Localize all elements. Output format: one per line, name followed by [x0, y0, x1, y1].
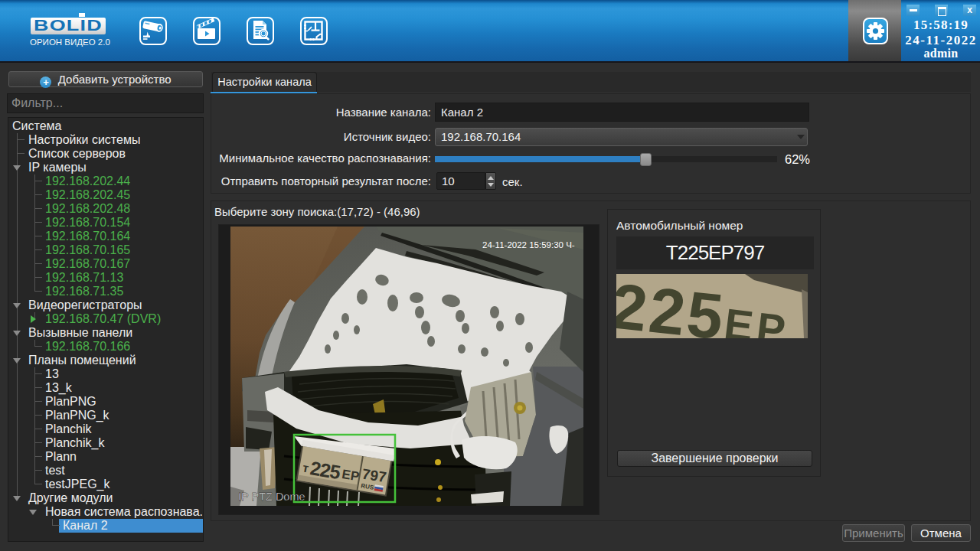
svg-text:24-11-2022 15:59:30 Ч-: 24-11-2022 15:59:30 Ч-: [482, 240, 575, 249]
svg-text:ЕР: ЕР: [722, 299, 792, 338]
svg-text:IP PTZ Dome: IP PTZ Dome: [238, 491, 305, 503]
svg-text:225: 225: [616, 274, 729, 338]
svg-text:ЕР: ЕР: [341, 467, 361, 484]
